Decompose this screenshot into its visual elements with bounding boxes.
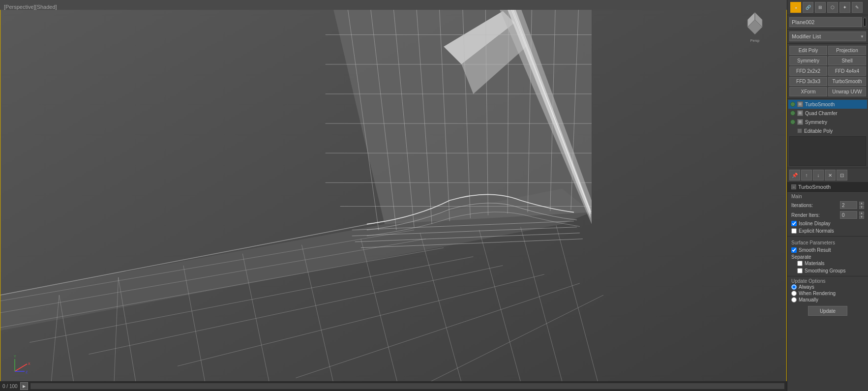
symmetry-btn[interactable]: Symmetry: [789, 56, 827, 65]
always-radio[interactable]: [791, 284, 797, 290]
render-iters-up[interactable]: ▲: [859, 211, 864, 215]
materials-row: Materials: [787, 260, 868, 267]
smooth-result-checkbox[interactable]: [791, 247, 797, 253]
object-name-input[interactable]: [789, 17, 862, 27]
manually-row: Manually: [787, 297, 868, 303]
toolbar-icon-edit[interactable]: ✎: [852, 2, 863, 13]
stack-eye-turbosmooth[interactable]: [790, 102, 795, 107]
divider-1: [787, 236, 868, 237]
smoothing-groups-row: Smoothing Groups: [787, 267, 868, 274]
modifier-list-select[interactable]: Modifier List: [789, 31, 866, 41]
stack-controls: 📌 ↑ ↓ ✕ ⊡: [787, 168, 868, 182]
iterations-row: Iterations: ▲ ▼: [787, 200, 868, 210]
render-iters-label: Render Iters:: [791, 212, 838, 218]
stack-label-editable-poly: Editable Poly: [804, 128, 833, 134]
toolbar-icon-grid[interactable]: ⊞: [815, 2, 826, 13]
nav-cube[interactable]: Persp: [738, 10, 772, 44]
explicit-normals-row: Explicit Normals: [787, 227, 868, 235]
stack-icon-editable-poly: [797, 128, 802, 133]
stack-icon-quad-chamfer: ⊞: [797, 110, 803, 116]
toolbar-icon-camera[interactable]: ⬡: [827, 2, 838, 13]
ts-main-label: Main: [787, 192, 868, 200]
timeline-bar[interactable]: [30, 383, 784, 389]
materials-checkbox[interactable]: [797, 261, 803, 266]
turbosmooth-panel: − TurboSmooth Main Iterations: ▲ ▼ Rende…: [787, 182, 868, 391]
manually-label: Manually: [799, 297, 818, 302]
toolbar-icon-star[interactable]: ⬥: [790, 2, 801, 13]
svg-text:X: X: [28, 362, 30, 365]
iterations-up[interactable]: ▲: [859, 202, 864, 205]
xform-btn[interactable]: XForm: [789, 87, 827, 96]
stack-ctrl-delete[interactable]: ✕: [825, 170, 836, 180]
render-iters-spinner: ▲ ▼: [859, 211, 864, 219]
iterations-down[interactable]: ▼: [859, 206, 864, 209]
ffd-4x4x4-btn[interactable]: FFD 4x4x4: [828, 66, 866, 76]
object-color-swatch[interactable]: [864, 18, 866, 27]
separate-label: Separate: [787, 253, 815, 261]
update-options-label: Update Options: [787, 276, 830, 285]
turbosmooth-mod-btn[interactable]: TurboSmooth: [828, 77, 866, 86]
viewport[interactable]: [Perspective][Shaded]: [0, 0, 787, 391]
ts-header: − TurboSmooth: [787, 182, 868, 192]
ffd-3x3x3-btn[interactable]: FFD 3x3x3: [789, 77, 827, 86]
materials-label: Materials: [805, 261, 825, 266]
svg-text:Persp: Persp: [750, 39, 759, 43]
stack-item-quad-chamfer[interactable]: ⊞ Quad Chamfer: [788, 109, 867, 118]
timeline-play-btn[interactable]: ▶: [20, 382, 28, 390]
isoline-display-checkbox[interactable]: [791, 221, 797, 226]
edit-poly-btn[interactable]: Edit Poly: [789, 46, 827, 55]
toolbar-icon-light[interactable]: ✦: [839, 2, 850, 13]
svg-text:Y: Y: [14, 355, 16, 358]
iterations-label: Iterations:: [791, 203, 838, 208]
modifier-stack: ⊞ TurboSmooth ⊞ Quad Chamfer ⊞ Symmetry …: [787, 99, 868, 168]
stack-label-quad-chamfer: Quad Chamfer: [805, 111, 838, 116]
stack-eye-symmetry[interactable]: [790, 120, 795, 124]
render-iters-down[interactable]: ▼: [859, 215, 864, 219]
smoothing-groups-checkbox[interactable]: [797, 268, 803, 273]
when-rendering-radio[interactable]: [791, 291, 797, 296]
smooth-result-row: Smooth Result: [787, 246, 868, 254]
explicit-normals-label: Explicit Normals: [799, 228, 834, 234]
stack-label-symmetry: Symmetry: [805, 120, 827, 125]
toolbar-icon-link[interactable]: 🔗: [803, 2, 813, 13]
stack-ctrl-move-down[interactable]: ↓: [813, 170, 824, 180]
stack-item-editable-poly[interactable]: Editable Poly: [788, 126, 867, 135]
surface-params-label: Surface Parameters: [787, 238, 868, 246]
smooth-result-label: Smooth Result: [799, 247, 831, 253]
stack-ctrl-pin[interactable]: 📌: [789, 170, 800, 180]
viewport-label: [Perspective][Shaded]: [4, 4, 57, 10]
stack-item-symmetry[interactable]: ⊞ Symmetry: [788, 118, 867, 126]
always-label: Always: [799, 284, 814, 290]
ts-collapse-btn[interactable]: −: [791, 184, 796, 189]
modifier-buttons: Edit Poly Projection Symmetry Shell FFD …: [787, 44, 868, 99]
stack-item-turbosmooth[interactable]: ⊞ TurboSmooth: [788, 100, 867, 109]
when-rendering-label: When Rendering: [799, 291, 836, 296]
explicit-normals-checkbox[interactable]: [791, 228, 797, 234]
mesh-canvas: [0, 10, 787, 391]
ffd-2x2x2-btn[interactable]: FFD 2x2x2: [789, 66, 827, 76]
isoline-display-label: Isoline Display: [799, 221, 830, 226]
iterations-input[interactable]: [840, 201, 857, 209]
axis-indicator: X Y Z: [10, 352, 34, 376]
render-iters-row: Render Iters: ▲ ▼: [787, 210, 868, 220]
smoothing-groups-label: Smoothing Groups: [805, 268, 845, 273]
stack-icon-turbosmooth: ⊞: [797, 101, 803, 107]
top-toolbar: ⬥ 🔗 ⊞ ⬡ ✦ ✎: [787, 0, 868, 15]
unwrap-uvw-btn[interactable]: Unwrap UVW: [828, 87, 866, 96]
right-panel: ⬥ 🔗 ⊞ ⬡ ✦ ✎ Modifier List Edit Poly Proj…: [787, 0, 868, 391]
stack-ctrl-copy[interactable]: ⊡: [837, 170, 847, 180]
projection-btn[interactable]: Projection: [828, 46, 866, 55]
stack-label-turbosmooth: TurboSmooth: [805, 102, 835, 107]
stack-eye-quad-chamfer[interactable]: [790, 111, 795, 116]
stack-empty-area: [789, 136, 866, 166]
manually-radio[interactable]: [791, 297, 797, 302]
update-button[interactable]: Update: [808, 306, 847, 316]
timeline-counter: 0 / 100: [2, 384, 18, 389]
stack-icon-symmetry: ⊞: [797, 119, 803, 125]
shell-btn[interactable]: Shell: [828, 56, 866, 65]
ts-title: TurboSmooth: [798, 184, 831, 190]
render-iters-input[interactable]: [840, 211, 857, 219]
stack-ctrl-move-up[interactable]: ↑: [801, 170, 812, 180]
timeline: 0 / 100 ▶: [0, 381, 787, 391]
modifier-list-row: Modifier List: [787, 30, 868, 44]
